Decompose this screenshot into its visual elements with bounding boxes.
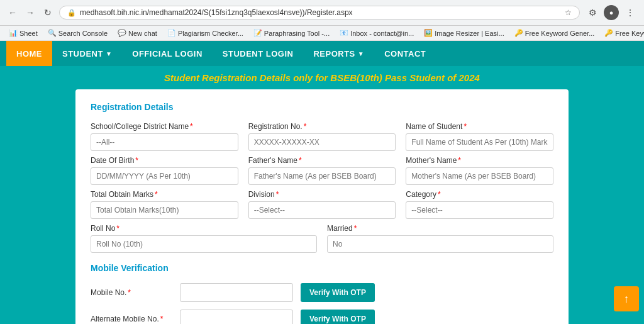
dob-label: Date Of Birth*: [91, 156, 238, 165]
star-icon: ☆: [565, 8, 572, 17]
reg-required-star: *: [304, 122, 307, 131]
school-college-label: School/College District Name*: [91, 122, 238, 131]
registration-no-group: Registration No.*: [248, 122, 396, 151]
category-input[interactable]: [406, 201, 553, 219]
school-required-star: *: [190, 122, 193, 131]
school-college-group: School/College District Name*: [91, 122, 238, 151]
category-label: Category*: [406, 190, 553, 199]
bookmark-sheet[interactable]: 📊 Sheet: [5, 28, 42, 38]
roll-no-label: Roll No*: [91, 224, 317, 233]
division-input[interactable]: [248, 201, 396, 219]
student-dropdown-arrow: ▼: [106, 50, 112, 57]
mothers-name-label: Mother's Name*: [406, 156, 553, 165]
total-marks-group: Total Obtain Marks*: [91, 190, 238, 219]
scroll-to-top-button[interactable]: ↑: [614, 286, 639, 311]
student-name-input[interactable]: [406, 133, 553, 151]
form-row-3: Total Obtain Marks* Division* Category*: [91, 190, 553, 219]
name-required-star: *: [464, 122, 467, 131]
nav-student[interactable]: STUDENT ▼: [52, 41, 122, 66]
registration-no-input[interactable]: [248, 133, 396, 151]
bookmark-inbox[interactable]: 📧 Inbox - contact@in...: [336, 28, 418, 38]
nav-student-login[interactable]: STUDENT LOGIN: [213, 41, 304, 66]
mobile-required-star: *: [128, 288, 131, 297]
mobile-verification-section: Mobile Verification Mobile No.* Verify W…: [91, 263, 553, 324]
browser-chrome: ← → ↻ 🔒 medhasoft.bih.nic.in/medhamat202…: [0, 0, 644, 26]
nav-official-login[interactable]: OFFICIAL LOGIN: [122, 41, 212, 66]
form-row-1: School/College District Name* Registrati…: [91, 122, 553, 151]
dob-required-star: *: [135, 156, 138, 165]
mobile-no-label: Mobile No.*: [91, 288, 172, 297]
mothers-name-group: Mother's Name*: [406, 156, 553, 185]
alternate-mobile-verify-otp-button[interactable]: Verify With OTP: [301, 310, 375, 324]
lock-icon: 🔒: [67, 9, 76, 17]
url-text: medhasoft.bih.nic.in/medhamat2024/S(15fs…: [80, 8, 561, 17]
bookmark-keyword-gen[interactable]: 🔑 Free Keyword Gener...: [511, 28, 599, 38]
bookmark-paraphrasing[interactable]: 📝 Paraphrasing Tool -...: [250, 28, 333, 38]
bookmark-new-chat[interactable]: 💬 New chat: [114, 28, 161, 38]
plagiarism-icon: 📄: [167, 29, 176, 37]
bookmark-plagiarism[interactable]: 📄 Plagiarism Checker...: [164, 28, 247, 38]
school-college-input[interactable]: [91, 133, 238, 151]
roll-no-input[interactable]: [91, 235, 317, 253]
married-group: Married*: [327, 224, 553, 253]
dob-input[interactable]: [91, 167, 238, 185]
bookmark-search-console[interactable]: 🔍 Search Console: [44, 28, 111, 38]
browser-action-buttons: ⚙ ● ⋮: [584, 4, 639, 21]
mobile-no-input[interactable]: [180, 283, 293, 302]
forward-button[interactable]: →: [23, 5, 38, 20]
category-group: Category*: [406, 190, 553, 219]
mothers-name-input[interactable]: [406, 167, 553, 185]
father-required-star: *: [299, 156, 302, 165]
fathers-name-label: Father's Name*: [248, 156, 396, 165]
registration-no-label: Registration No.*: [248, 122, 396, 131]
married-input[interactable]: [327, 235, 553, 253]
main-content: Student Registration Details only for BS…: [0, 66, 644, 324]
nav-bar: HOME STUDENT ▼ OFFICIAL LOGIN STUDENT LO…: [0, 41, 644, 66]
dob-group: Date Of Birth*: [91, 156, 238, 185]
mobile-verify-otp-button[interactable]: Verify With OTP: [301, 283, 375, 302]
reports-dropdown-arrow: ▼: [358, 50, 364, 57]
student-name-label: Name of Student*: [406, 122, 553, 131]
division-required-star: *: [276, 190, 279, 199]
roll-required-star: *: [116, 224, 119, 233]
marks-required-star: *: [155, 190, 158, 199]
sheet-icon: 📊: [9, 29, 18, 37]
keyword-diff-icon: 🔑: [604, 29, 613, 37]
search-console-icon: 🔍: [48, 29, 57, 37]
mother-required-star: *: [458, 156, 461, 165]
reload-button[interactable]: ↻: [40, 5, 55, 20]
alternate-mobile-input[interactable]: [180, 310, 293, 324]
total-marks-input[interactable]: [91, 201, 238, 219]
back-button[interactable]: ←: [5, 5, 20, 20]
division-group: Division*: [248, 190, 396, 219]
roll-no-group: Roll No*: [91, 224, 317, 253]
page-title: Student Registration Details only for BS…: [0, 72, 644, 83]
browser-nav-buttons: ← → ↻: [5, 5, 55, 20]
nav-contact[interactable]: CONTACT: [374, 41, 436, 66]
category-required-star: *: [438, 190, 441, 199]
extensions-button[interactable]: ⚙: [584, 4, 601, 21]
form-row-4: Roll No* Married*: [91, 224, 553, 253]
married-label: Married*: [327, 224, 553, 233]
keyword-gen-icon: 🔑: [514, 29, 523, 37]
bookmark-keyword-diff[interactable]: 🔑 Free Keyword Diffic...: [601, 28, 644, 38]
total-marks-label: Total Obtain Marks*: [91, 190, 238, 199]
image-icon: 🖼️: [424, 29, 433, 37]
alternate-mobile-row: Alternate Mobile No.* Verify With OTP: [91, 310, 553, 324]
chat-icon: 💬: [118, 29, 126, 37]
address-bar[interactable]: 🔒 medhasoft.bih.nic.in/medhamat2024/S(15…: [59, 6, 580, 20]
student-name-group: Name of Student*: [406, 122, 553, 151]
fathers-name-input[interactable]: [248, 167, 396, 185]
alternate-mobile-label: Alternate Mobile No.*: [91, 315, 172, 323]
nav-reports[interactable]: REPORTS ▼: [303, 41, 374, 66]
paraphrasing-icon: 📝: [253, 29, 262, 37]
profile-button[interactable]: ●: [604, 5, 619, 20]
registration-details-title: Registration Details: [91, 102, 553, 112]
alt-mobile-required-star: *: [160, 315, 164, 323]
nav-home[interactable]: HOME: [6, 41, 52, 66]
menu-button[interactable]: ⋮: [621, 4, 639, 21]
fathers-name-group: Father's Name*: [248, 156, 396, 185]
married-required-star: *: [354, 224, 357, 233]
bookmark-image-resizer[interactable]: 🖼️ Image Resizer | Easi...: [420, 28, 508, 38]
bookmarks-bar: 📊 Sheet 🔍 Search Console 💬 New chat 📄 Pl…: [0, 26, 644, 41]
